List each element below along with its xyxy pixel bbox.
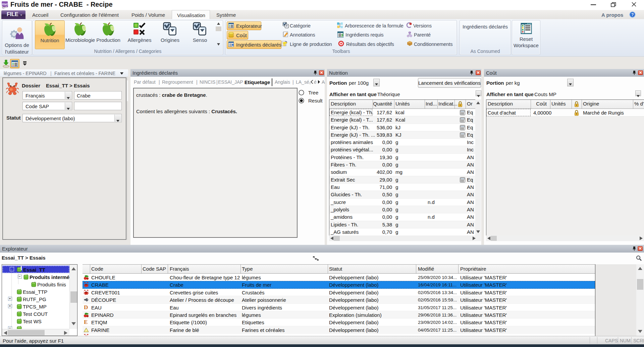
svg-text:?: ? [631, 12, 634, 17]
svg-text:RMS: RMS [2, 3, 9, 6]
